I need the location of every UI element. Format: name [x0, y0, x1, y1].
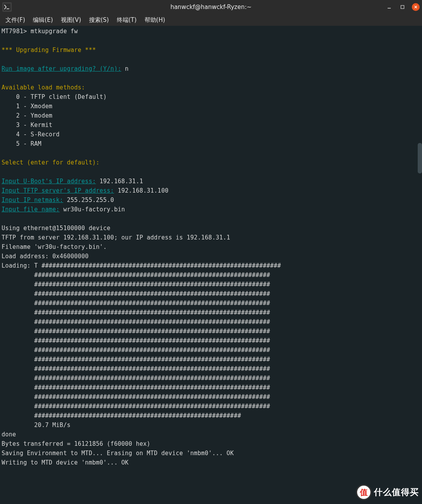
run-after-answer: n	[121, 65, 129, 72]
progress-row: ########################################…	[34, 403, 270, 410]
watermark-icon: 值	[356, 484, 372, 500]
progress-row: ########################################…	[34, 412, 241, 419]
terminal-content[interactable]: MT7981> mtkupgrade fw *** Upgrading Firm…	[0, 26, 422, 468]
progress-row: ########################################…	[34, 300, 270, 307]
progress-row	[2, 356, 34, 363]
method-3: 3 - Kermit	[2, 122, 52, 129]
progress-row	[2, 384, 34, 391]
progress-row	[2, 290, 34, 297]
title-bar: hanwckf@hanwckf-Ryzen:~	[0, 0, 422, 14]
progress-row: ########################################…	[34, 347, 270, 354]
close-button[interactable]	[412, 3, 420, 11]
svg-rect-3	[401, 5, 404, 9]
progress-row	[2, 403, 34, 410]
progress-row: ########################################…	[34, 309, 270, 316]
upgrading-header: *** Upgrading Firmware ***	[2, 46, 96, 54]
progress-row: ########################################…	[34, 337, 270, 344]
method-0: 0 - TFTP client (Default)	[2, 93, 107, 100]
window-title: hanwckf@hanwckf-Ryzen:~	[0, 4, 422, 11]
watermark-text: 什么值得买	[374, 486, 419, 498]
filename-value: wr30u-factory.bin	[60, 206, 125, 213]
window-buttons	[385, 0, 420, 14]
progress-row: ########################################…	[34, 272, 270, 279]
progress-row	[2, 300, 34, 307]
progress-row	[2, 309, 34, 316]
writing-line: Writing to MTD device 'nmbm0'... OK	[2, 459, 129, 466]
available-methods-header: Available load methods:	[2, 84, 85, 91]
uboot-ip-value: 192.168.31.1	[96, 178, 143, 185]
bytes-line: Bytes transferred = 16121856 (f60000 hex…	[2, 440, 150, 447]
progress-row: ########################################…	[34, 393, 270, 400]
progress-row: ########################################…	[34, 328, 270, 335]
menu-edit[interactable]: 编辑(E)	[29, 16, 57, 25]
progress-row	[2, 347, 34, 354]
progress-row	[2, 328, 34, 335]
progress-row: ########################################…	[34, 384, 270, 391]
netmask-label: Input IP netmask:	[2, 197, 63, 204]
progress-row	[2, 412, 34, 419]
progress-row: ########################################…	[34, 290, 270, 297]
menu-file[interactable]: 文件(F)	[2, 16, 29, 25]
done-line: done	[2, 431, 16, 438]
tftp-line: TFTP from server 192.168.31.100; our IP …	[2, 234, 230, 241]
menu-view[interactable]: 视图(V)	[57, 16, 85, 25]
netmask-value: 255.255.255.0	[63, 197, 114, 204]
load-address: Load address: 0x46000000	[2, 253, 89, 260]
method-5: 5 - RAM	[2, 140, 41, 147]
terminal-app-icon	[2, 2, 12, 12]
transfer-speed: 20.7 MiB/s	[2, 422, 70, 429]
tftp-server-ip-label: Input TFTP server's IP address:	[2, 187, 114, 194]
scrollbar-thumb[interactable]	[418, 143, 422, 173]
menu-search[interactable]: 搜索(S)	[85, 16, 113, 25]
progress-row	[2, 318, 34, 325]
menu-bar: 文件(F) 编辑(E) 视图(V) 搜索(S) 终端(T) 帮助(H)	[0, 14, 422, 26]
method-2: 2 - Ymodem	[2, 112, 52, 119]
select-prompt: Select (enter for default):	[2, 159, 100, 166]
progress-row: ########################################…	[34, 375, 270, 382]
filename-line: Filename 'wr30u-factory.bin'.	[2, 243, 107, 250]
svg-rect-0	[4, 4, 11, 11]
run-after-prompt: Run image after upgrading? (Y/n):	[2, 65, 121, 72]
uboot-ip-label: Input U-Boot's IP address:	[2, 178, 96, 185]
progress-row	[2, 337, 34, 344]
progress-row: ########################################…	[34, 281, 270, 288]
prompt: MT7981>	[2, 28, 30, 35]
progress-row	[2, 272, 34, 279]
progress-row	[2, 393, 34, 400]
progress-row	[2, 375, 34, 382]
progress-row	[2, 365, 34, 372]
maximize-button[interactable]	[399, 3, 406, 11]
menu-terminal[interactable]: 终端(T)	[113, 16, 141, 25]
tftp-server-ip-value: 192.168.31.100	[114, 187, 168, 194]
menu-help[interactable]: 帮助(H)	[141, 16, 169, 25]
filename-label: Input file name:	[2, 206, 60, 213]
progress-row: ########################################…	[41, 262, 281, 269]
method-1: 1 - Xmodem	[2, 103, 52, 110]
progress-row: ########################################…	[34, 365, 270, 372]
progress-row: ########################################…	[34, 318, 270, 325]
loading-prefix: Loading: T	[2, 262, 41, 269]
command-text: mtkupgrade fw	[30, 28, 78, 35]
using-device: Using ethernet@15100000 device	[2, 225, 111, 232]
saving-line: Saving Environment to MTD... Erasing on …	[2, 450, 234, 457]
progress-row	[2, 281, 34, 288]
minimize-button[interactable]	[385, 3, 393, 11]
smzdm-watermark: 值 什么值得买	[356, 484, 419, 500]
method-4: 4 - S-Record	[2, 131, 60, 138]
progress-row: ########################################…	[34, 356, 270, 363]
